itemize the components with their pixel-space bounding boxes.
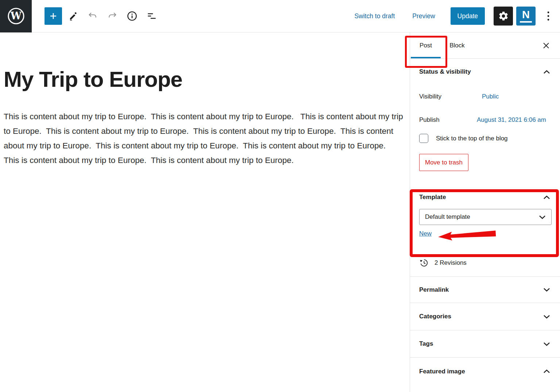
settings-button[interactable] — [494, 7, 513, 26]
post-title[interactable]: My Trip to Europe — [4, 67, 406, 92]
add-block-icon — [49, 12, 58, 20]
tab-block[interactable]: Block — [441, 32, 474, 58]
template-panel: Template Default template New — [410, 181, 560, 249]
move-to-trash-button[interactable]: Move to trash — [419, 154, 468, 171]
add-block-button[interactable] — [45, 7, 62, 25]
status-visibility-title: Status & visibility — [419, 68, 471, 75]
categories-header[interactable]: Categories — [410, 303, 560, 330]
chevron-down-icon — [543, 342, 550, 346]
tab-post[interactable]: Post — [411, 32, 441, 58]
svg-text:W: W — [10, 10, 22, 22]
publish-row: Publish August 31, 2021 6:06 am — [410, 108, 560, 132]
publish-date-button[interactable]: August 31, 2021 6:06 am — [477, 116, 546, 124]
permalink-title: Permalink — [419, 286, 449, 294]
publish-label: Publish — [419, 116, 477, 124]
list-view-button[interactable] — [143, 7, 161, 25]
annotation-arrow — [437, 228, 497, 242]
revisions-label: 2 Revisions — [435, 259, 467, 267]
close-sidebar-button[interactable] — [540, 39, 553, 52]
stick-to-top-row: Stick to the top of the blog — [410, 132, 560, 143]
chevron-down-icon — [543, 288, 550, 292]
chevron-up-icon — [543, 369, 550, 373]
visibility-label: Visibility — [419, 93, 477, 100]
redo-icon — [107, 11, 117, 21]
template-title: Template — [419, 194, 446, 201]
history-icon — [419, 258, 429, 268]
settings-sidebar: Post Block Status & visibility Visibilit… — [410, 32, 560, 392]
status-visibility-panel: Status & visibility Visibility Public Pu… — [410, 59, 560, 181]
tags-header[interactable]: Tags — [410, 330, 560, 357]
stick-to-top-checkbox[interactable] — [419, 134, 428, 143]
close-icon — [542, 42, 550, 49]
tools-button[interactable] — [64, 7, 82, 25]
wordpress-logo-button[interactable]: W — [0, 0, 32, 32]
template-new-row: New — [419, 230, 560, 241]
info-icon — [127, 11, 138, 22]
undo-icon — [88, 11, 98, 21]
chevron-down-icon — [543, 315, 550, 319]
redo-button[interactable] — [104, 7, 121, 25]
topbar-right-group: Switch to draft Preview Update N — [352, 7, 560, 26]
visibility-value-button[interactable]: Public — [482, 93, 499, 100]
featured-image-header[interactable]: Featured image — [410, 358, 560, 385]
status-visibility-header[interactable]: Status & visibility — [410, 59, 560, 85]
chevron-up-icon — [543, 70, 550, 74]
editor-canvas: My Trip to Europe This is content about … — [0, 32, 410, 392]
gear-icon — [498, 11, 509, 22]
options-menu-button[interactable] — [542, 7, 555, 25]
details-button[interactable] — [123, 7, 141, 25]
categories-title: Categories — [419, 313, 451, 320]
permalink-header[interactable]: Permalink — [410, 277, 560, 303]
nimbus-logo-underline — [520, 21, 532, 23]
chevron-down-icon — [539, 215, 546, 219]
wordpress-logo: W — [7, 7, 25, 25]
nimbus-logo: N — [522, 9, 530, 20]
pencil-icon — [68, 11, 78, 21]
undo-button[interactable] — [84, 7, 101, 25]
visibility-row: Visibility Public — [410, 85, 560, 108]
new-template-link[interactable]: New — [419, 230, 432, 237]
template-select[interactable]: Default template — [419, 209, 552, 225]
post-paragraph[interactable]: This is content about my trip to Europe.… — [4, 109, 405, 168]
template-header[interactable]: Template — [410, 189, 560, 206]
nimbus-capture-button[interactable]: N — [516, 7, 536, 26]
switch-to-draft-link[interactable]: Switch to draft — [352, 12, 397, 20]
chevron-up-icon — [543, 195, 550, 199]
sidebar-tabs: Post Block — [410, 32, 560, 59]
list-view-icon — [146, 11, 157, 22]
preview-link[interactable]: Preview — [410, 12, 437, 20]
stick-to-top-label[interactable]: Stick to the top of the blog — [436, 135, 508, 142]
tags-title: Tags — [419, 340, 433, 348]
revisions-button[interactable]: 2 Revisions — [410, 249, 560, 277]
kebab-icon — [547, 11, 550, 22]
template-selected-value: Default template — [425, 213, 470, 221]
top-bar: W Switch to draft — [0, 0, 560, 32]
update-button[interactable]: Update — [451, 7, 485, 25]
featured-image-title: Featured image — [419, 368, 465, 375]
